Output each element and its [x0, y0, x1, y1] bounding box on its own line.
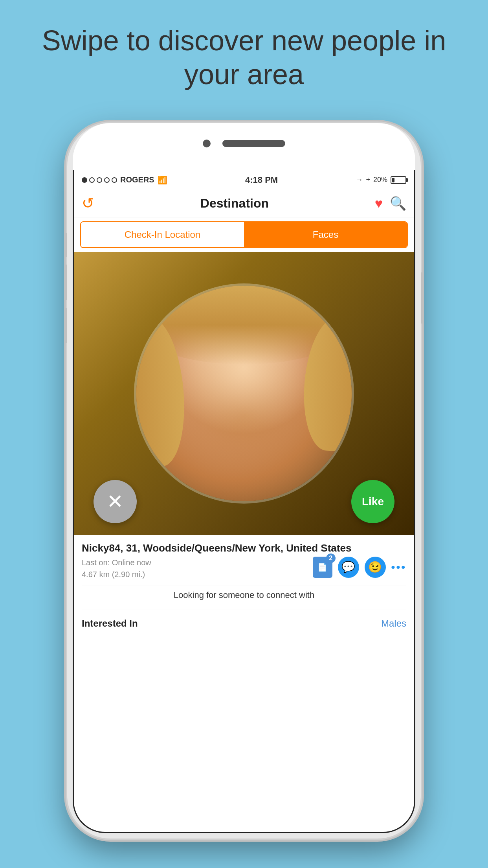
- more-options-button[interactable]: •••: [391, 561, 406, 574]
- profile-avatar: [134, 283, 354, 504]
- profile-card[interactable]: ✕ Like: [74, 252, 414, 535]
- wifi-icon: 📶: [158, 175, 167, 185]
- page-headline: Swipe to discover new people in your are…: [0, 24, 488, 92]
- phone-mockup: ROGERS 📶 4:18 PM → + 20% ↺: [67, 123, 421, 839]
- favorites-button[interactable]: ♥: [375, 196, 383, 211]
- profile-bio: Looking for someone to connect with: [82, 590, 406, 604]
- tab-checkin[interactable]: Check-In Location: [81, 222, 244, 247]
- tab-bar: Check-In Location Faces: [80, 221, 408, 248]
- phone-top-hardware: [203, 140, 285, 147]
- discard-button[interactable]: ✕: [94, 480, 137, 523]
- phone-screen: ROGERS 📶 4:18 PM → + 20% ↺: [73, 170, 415, 833]
- volume-up-button: [64, 265, 67, 300]
- like-button[interactable]: Like: [351, 480, 394, 523]
- distance: 4.67 km (2.90 mi.): [82, 570, 145, 579]
- signal-dot-5: [112, 177, 117, 183]
- status-left: ROGERS 📶: [82, 175, 167, 185]
- tab-faces[interactable]: Faces: [244, 222, 407, 247]
- swipe-buttons: ✕ Like: [74, 480, 414, 523]
- battery-percent: 20%: [373, 176, 387, 184]
- battery-indicator: [391, 176, 406, 184]
- profile-name: Nicky84, 31, Woodside/Queens/New York, U…: [82, 542, 406, 554]
- profile-actions: 📄 2 💬 😉 •••: [313, 557, 406, 578]
- interest-value: Males: [381, 618, 406, 629]
- power-button: [421, 272, 424, 324]
- badge-number: 2: [326, 554, 336, 563]
- app-title: Destination: [94, 196, 375, 211]
- signal-dot-2: [89, 177, 95, 183]
- phone-shell: ROGERS 📶 4:18 PM → + 20% ↺: [67, 123, 421, 839]
- profile-status: Last on: Online now 4.67 km (2.90 mi.): [82, 557, 151, 580]
- interest-row: Interested In Males: [82, 614, 406, 633]
- speaker-grille: [222, 140, 285, 147]
- profile-face: [136, 286, 352, 501]
- page-icon-symbol: 📄: [317, 563, 327, 572]
- photo-count-badge[interactable]: 📄 2: [313, 557, 332, 578]
- signal-strength: [82, 177, 117, 183]
- location-arrow-icon: →: [356, 176, 363, 184]
- chat-button[interactable]: 💬: [338, 557, 359, 578]
- front-camera: [203, 140, 211, 147]
- clock: 4:18 PM: [245, 175, 278, 185]
- search-button[interactable]: 🔍: [390, 195, 406, 211]
- bluetooth-icon: +: [366, 176, 370, 184]
- divider: [82, 585, 406, 585]
- emoji-button[interactable]: 😉: [365, 557, 386, 578]
- battery-fill: [392, 178, 394, 182]
- profile-info: Nicky84, 31, Woodside/Queens/New York, U…: [74, 535, 414, 637]
- volume-down-button: [64, 308, 67, 343]
- navigation-bar: ↺ Destination ♥ 🔍: [74, 190, 414, 217]
- status-bar: ROGERS 📶 4:18 PM → + 20%: [74, 170, 414, 190]
- battery-box: [391, 176, 406, 184]
- volume-mute-button: [64, 233, 67, 257]
- refresh-button[interactable]: ↺: [82, 195, 94, 212]
- status-right: → + 20%: [356, 176, 406, 184]
- profile-meta: Last on: Online now 4.67 km (2.90 mi.) 📄…: [82, 557, 406, 580]
- carrier-name: ROGERS: [120, 175, 154, 184]
- signal-dot-1: [82, 177, 87, 183]
- signal-dot-4: [104, 177, 110, 183]
- divider-2: [82, 609, 406, 609]
- last-seen: Last on: Online now: [82, 558, 151, 567]
- interest-label: Interested In: [82, 618, 138, 629]
- nav-icons: ♥ 🔍: [375, 195, 406, 211]
- signal-dot-3: [97, 177, 102, 183]
